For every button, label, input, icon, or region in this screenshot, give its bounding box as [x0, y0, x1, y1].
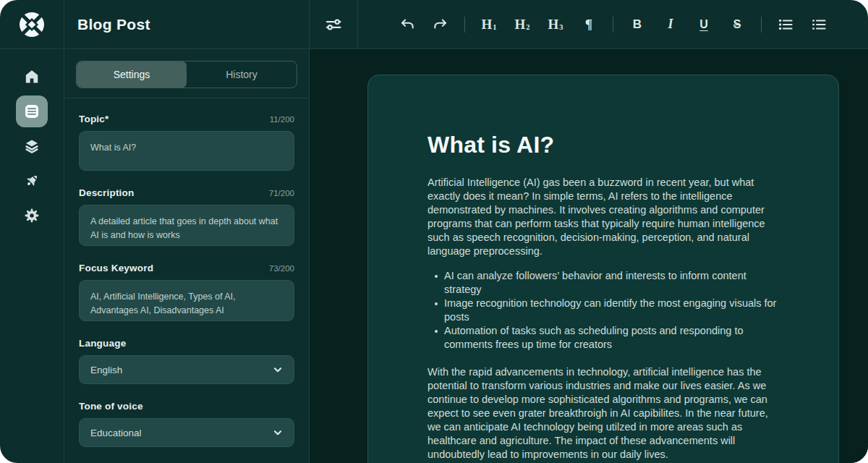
body-row: Settings History Topic* 11/200 What is A…: [64, 49, 868, 463]
tone-of-voice-label: Tone of voice: [79, 401, 143, 412]
editor-toolbar: H1 H2 H3 ¶ B I: [310, 0, 868, 48]
heading1-icon: H1: [481, 17, 496, 33]
sidebar-item-home[interactable]: [16, 61, 48, 93]
bullet-list-button[interactable]: [776, 15, 795, 34]
editor-area: What is AI? Artificial Intelligence (AI)…: [310, 49, 868, 463]
toolbar-buttons: H1 H2 H3 ¶ B I: [358, 0, 868, 48]
description-input[interactable]: A detailed article that goes in depth ab…: [79, 205, 294, 246]
tab-history[interactable]: History: [187, 61, 297, 88]
paragraph-button[interactable]: ¶: [579, 15, 598, 34]
home-icon: [23, 68, 41, 85]
chevron-down-icon: [272, 364, 284, 375]
toolbar-divider: [761, 17, 762, 33]
heading2-button[interactable]: H2: [513, 15, 532, 34]
app-logo-icon[interactable]: [18, 11, 46, 38]
title-cell: Blog Post: [64, 0, 310, 48]
document-heading: What is AI?: [427, 132, 779, 158]
topic-char-counter: 11/200: [270, 115, 294, 124]
heading3-button[interactable]: H3: [546, 15, 565, 34]
document-list-icon: [23, 103, 41, 120]
heading1-button[interactable]: H1: [480, 15, 498, 34]
page-title: Blog Post: [77, 16, 150, 33]
description-char-counter: 71/200: [269, 189, 294, 197]
undo-button[interactable]: [398, 15, 417, 34]
document-bullet-item: Image recognition technology can identif…: [432, 297, 779, 324]
undo-icon: [399, 17, 415, 33]
field-focus-keyword: Focus Keyword 73/200 AI, Artificial Inte…: [79, 263, 294, 321]
gear-icon: [23, 207, 41, 224]
description-label: Description: [79, 187, 134, 198]
focus-keyword-label: Focus Keyword: [79, 263, 153, 273]
document-paragraph: Artificial Intelligence (AI) gas been a …: [427, 176, 779, 258]
ordered-list-icon: [811, 17, 827, 33]
document-card[interactable]: What is AI? Artificial Intelligence (AI)…: [367, 75, 839, 463]
tone-selected-value: Educational: [90, 428, 142, 438]
settings-panel: Settings History Topic* 11/200 What is A…: [64, 49, 310, 463]
redo-button[interactable]: [431, 15, 450, 34]
heading2-icon: H2: [514, 17, 529, 33]
document-bullet-item: Automation of tasks such as scheduling p…: [432, 324, 779, 352]
icon-sidebar: [0, 0, 64, 463]
heading3-icon: H3: [548, 17, 563, 33]
bold-button[interactable]: B: [628, 15, 647, 34]
toolbar-divider: [613, 17, 613, 33]
layers-icon: [23, 137, 41, 155]
tabs-section: Settings History: [64, 49, 309, 98]
underline-icon: U: [699, 18, 708, 31]
focus-keyword-input[interactable]: AI, Artificial Intelligence, Types of AI…: [79, 280, 294, 321]
bold-icon: B: [633, 17, 642, 32]
tone-of-voice-select[interactable]: Educational: [79, 418, 294, 447]
strikethrough-button[interactable]: S: [728, 15, 746, 34]
toolbar-options-button[interactable]: [310, 0, 358, 48]
rocket-icon: [23, 172, 41, 190]
document-bullet-item: AI can analyze followers’ behavior and i…: [432, 269, 779, 297]
sidebar-nav: [0, 49, 64, 232]
field-description: Description 71/200 A detailed article th…: [79, 187, 294, 246]
bullet-list-icon: [778, 17, 793, 33]
document-bullet-list: AI can analyze followers’ behavior and i…: [427, 269, 779, 352]
form-fields: Topic* 11/200 What is AI? Description 71…: [64, 98, 309, 462]
ordered-list-button[interactable]: [809, 15, 828, 34]
italic-icon: I: [668, 17, 673, 32]
language-select[interactable]: English: [79, 355, 294, 384]
sidebar-item-settings[interactable]: [16, 200, 48, 232]
sidebar-item-layers[interactable]: [16, 130, 48, 162]
sidebar-item-blog-posts[interactable]: [16, 95, 48, 127]
tab-switcher: Settings History: [76, 61, 297, 88]
field-tone-of-voice: Tone of voice Educational: [79, 401, 294, 447]
top-bar: Blog Post: [64, 0, 868, 49]
focus-keyword-char-counter: 73/200: [269, 264, 294, 273]
redo-icon: [433, 17, 448, 33]
language-selected-value: English: [90, 365, 122, 375]
logo-cell: [0, 0, 64, 49]
sidebar-item-rocket[interactable]: [16, 165, 48, 197]
italic-button[interactable]: I: [661, 15, 680, 34]
strikethrough-icon: S: [733, 18, 741, 31]
document-paragraph: With the rapid advancements in technolog…: [427, 365, 779, 462]
topic-label: Topic*: [79, 114, 109, 124]
language-label: Language: [79, 338, 126, 349]
toolbar-divider: [464, 17, 465, 33]
paragraph-icon: ¶: [585, 17, 592, 33]
chevron-down-icon: [272, 427, 284, 438]
topic-input[interactable]: What is AI?: [79, 131, 294, 171]
sliders-icon: [325, 16, 342, 33]
main-column: Blog Post: [64, 0, 868, 463]
field-topic: Topic* 11/200 What is AI?: [79, 114, 294, 171]
field-language: Language English: [79, 338, 294, 384]
app-window: Blog Post: [0, 0, 868, 463]
underline-button[interactable]: U: [694, 15, 713, 34]
tab-settings[interactable]: Settings: [77, 61, 187, 88]
